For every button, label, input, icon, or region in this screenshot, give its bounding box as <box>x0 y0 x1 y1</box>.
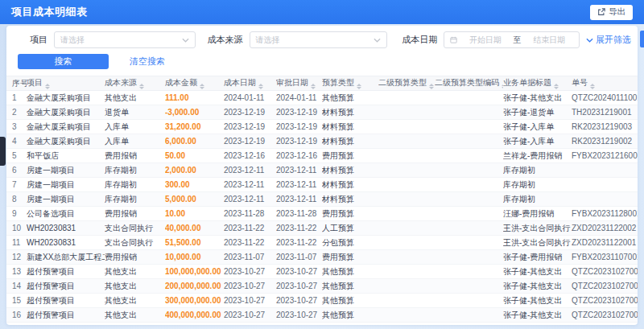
clear-search-button[interactable]: 清空搜索 <box>130 56 165 68</box>
cell-project: 超付预警项目 <box>27 323 105 326</box>
cell-source: 其他支出 <box>105 265 165 279</box>
cell-cost_date: 2023-11-28 <box>224 207 276 221</box>
column-label: 审批日期 <box>276 78 308 87</box>
cell-doc_no: QTZC20231027002 <box>572 265 638 279</box>
cell-amount: 111.00 <box>165 91 224 105</box>
table-row[interactable]: 6房建一期项目库存期初2,000.002023-12-112023-12-11材… <box>6 163 638 178</box>
table-row[interactable]: 7房建一期项目库存期初300.002023-12-112023-12-11材料预… <box>6 178 638 192</box>
cell-approve_date: 2023-10-27 <box>276 294 322 308</box>
cell-source: 库存期初 <box>105 192 165 207</box>
column-header-budget_type[interactable]: 预算类型 <box>322 76 378 91</box>
app-header: 项目成本明细表 导出 <box>0 0 644 24</box>
cell-doc_no: RK20231219003 <box>572 120 638 134</box>
cell-cost_date: 2023-10-27 <box>224 308 276 323</box>
table-row[interactable]: 3金融大厦采购项目入库单31,200.002023-12-192023-12-1… <box>6 120 638 134</box>
chevron-down-icon <box>586 38 593 43</box>
table-row[interactable]: 12新建XX总部大厦工程二期费用报销10,000.002023-11-07202… <box>6 250 638 265</box>
search-button[interactable]: 搜索 <box>18 54 109 69</box>
cell-budget_type2_code <box>435 250 503 265</box>
cell-doc_title: 王洪-支出合同执行 <box>503 236 572 250</box>
cost-date-range-picker[interactable]: 开始日期 至 结束日期 <box>444 31 580 48</box>
sort-icon[interactable] <box>357 84 361 90</box>
cost-source-select[interactable]: 请选择 <box>250 31 388 48</box>
cell-budget_type2 <box>378 149 435 163</box>
column-header-doc_title[interactable]: 业务单据标题 <box>503 76 572 91</box>
cell-project: 新建XX总部大厦工程二期 <box>27 250 105 265</box>
cell-budget_type2 <box>378 279 435 294</box>
column-header-approve_date[interactable]: 审批日期 <box>276 76 322 91</box>
cell-amount: 5,000.00 <box>165 192 224 207</box>
calendar-icon <box>450 36 457 43</box>
sort-icon[interactable] <box>200 84 204 90</box>
cell-approve_date: 2023-12-11 <box>276 163 322 178</box>
cell-budget_type2_code <box>435 149 503 163</box>
cell-doc_no: FYBX20231107001 <box>572 250 638 265</box>
table-row[interactable]: 4金融大厦采购项目入库单6,000.002023-12-192023-12-19… <box>6 134 638 149</box>
cell-budget_type2 <box>378 308 435 323</box>
cell-approve_date: 2023-11-22 <box>276 221 322 236</box>
column-header-project[interactable]: 项目 <box>27 76 105 91</box>
table-row[interactable]: 1金融大厦采购项目其他支出111.002024-01-112024-01-11其… <box>6 91 638 105</box>
cell-doc_title: 张子健-退货单 <box>503 105 572 120</box>
cell-budget_type2_code <box>435 308 503 323</box>
table-row[interactable]: 16超付预警项目其他支出400,000,000.002023-10-272023… <box>6 308 638 323</box>
column-header-budget_type2_code[interactable]: 二级预算类型编码 <box>435 76 503 91</box>
cell-cost_date: 2023-10-27 <box>224 294 276 308</box>
column-header-amount[interactable]: 成本金额 <box>165 76 224 91</box>
cell-index: 2 <box>6 105 27 120</box>
column-header-cost_date[interactable]: 成本日期 <box>224 76 276 91</box>
cell-budget_type: 人工预算 <box>322 221 378 236</box>
cell-index: 15 <box>6 294 27 308</box>
cell-budget_type2 <box>378 221 435 236</box>
cell-budget_type: 材料预算 <box>322 178 378 192</box>
table-row[interactable]: 17超付预警项目其他支出500,000,000.002023-10-272023… <box>6 323 638 326</box>
cell-approve_date: 2023-10-27 <box>276 323 322 326</box>
cell-budget_type2 <box>378 105 435 120</box>
sort-icon[interactable] <box>590 84 595 90</box>
cost-date-filter-label: 成本日期 <box>402 34 437 46</box>
sort-icon[interactable] <box>429 84 434 90</box>
column-header-budget_type2[interactable]: 二级预算类型 <box>378 76 435 91</box>
table-row[interactable]: 14超付预警项目其他支出200,000,000.002023-10-272023… <box>6 279 638 294</box>
cell-budget_type: 其他预算 <box>322 308 378 323</box>
expand-filter-label: 展开筛选 <box>596 34 631 46</box>
cell-budget_type2_code <box>435 120 503 134</box>
column-label: 成本日期 <box>224 78 256 87</box>
cell-budget_type: 材料预算 <box>322 105 378 120</box>
cell-project: 超付预警项目 <box>27 308 105 323</box>
cell-approve_date: 2023-12-16 <box>276 149 322 163</box>
left-drawer-handle[interactable] <box>0 137 6 166</box>
table-row[interactable]: 13超付预警项目其他支出100,000,000.002023-10-272023… <box>6 265 638 279</box>
table-row[interactable]: 15超付预警项目其他支出300,000,000.002023-10-272023… <box>6 294 638 308</box>
project-filter-label: 项目 <box>30 34 47 46</box>
table-row[interactable]: 11WH20230831支出合同执行51,500.002023-11-22202… <box>6 236 638 250</box>
right-side-tab[interactable] <box>640 31 644 47</box>
export-button[interactable]: 导出 <box>590 5 633 20</box>
sort-icon[interactable] <box>139 84 144 90</box>
table-row[interactable]: 8房建一期项目库存期初5,000.002023-12-112023-12-11材… <box>6 192 638 207</box>
table-row[interactable]: 2金融大厦采购项目退货单-3,000.002023-12-192023-12-1… <box>6 105 638 120</box>
column-header-doc_no[interactable]: 单号 <box>572 76 638 91</box>
column-header-source[interactable]: 成本来源 <box>105 76 165 91</box>
cell-cost_date: 2023-10-27 <box>224 279 276 294</box>
sort-icon[interactable] <box>258 84 263 90</box>
sort-icon[interactable] <box>45 84 50 90</box>
table-row[interactable]: 9公司备选项目费用报销10.002023-11-282023-11-28费用预算… <box>6 207 638 221</box>
cell-cost_date: 2023-12-19 <box>224 120 276 134</box>
date-start-placeholder: 开始日期 <box>461 35 509 46</box>
sort-icon[interactable] <box>554 84 559 90</box>
cell-index: 16 <box>6 308 27 323</box>
project-select[interactable]: 请选择 <box>54 31 196 48</box>
cell-budget_type: 其他预算 <box>322 91 378 105</box>
sort-icon[interactable] <box>311 84 316 90</box>
table-row[interactable]: 10WH20230831支出合同执行40,000.002023-11-22202… <box>6 221 638 236</box>
cell-index: 4 <box>6 134 27 149</box>
export-button-label: 导出 <box>609 6 625 18</box>
expand-filter-link[interactable]: 展开筛选 <box>586 34 631 46</box>
cell-source: 其他支出 <box>105 308 165 323</box>
table-row[interactable]: 5和平饭店费用报销50.002023-12-162023-12-16费用预算兰祥… <box>6 149 638 163</box>
cell-amount: 40,000.00 <box>165 221 224 236</box>
cell-cost_date: 2023-12-19 <box>224 105 276 120</box>
cost-source-placeholder: 请选择 <box>256 35 374 46</box>
cell-budget_type2_code <box>435 163 503 178</box>
